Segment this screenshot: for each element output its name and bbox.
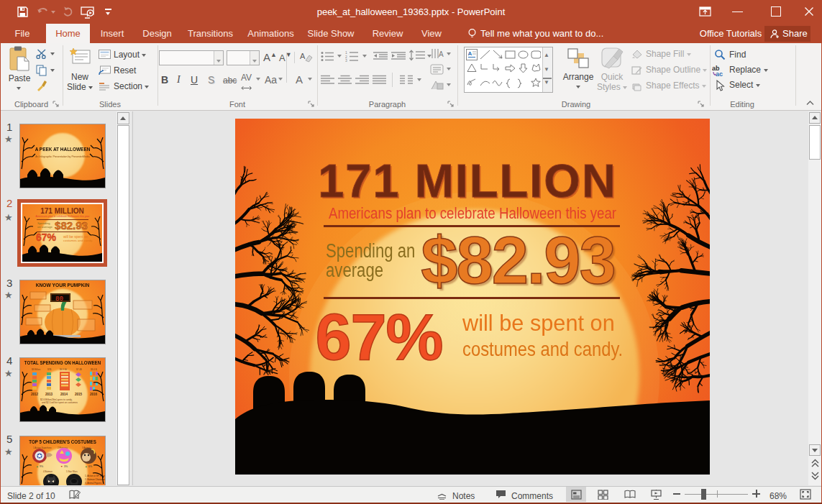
svg-text:$7.4B: $7.4B bbox=[76, 368, 82, 371]
svg-text:$6.9 Bil: $6.9 Bil bbox=[60, 368, 67, 371]
svg-text:3%: 3% bbox=[64, 465, 68, 468]
svg-text:A: A bbox=[439, 50, 444, 58]
svg-text:2016: 2016 bbox=[90, 393, 98, 396]
svg-text:3: 3 bbox=[345, 58, 347, 62]
svg-text:4 Batman: 4 Batman bbox=[43, 470, 52, 473]
svg-text:2012: 2012 bbox=[31, 393, 39, 396]
svg-text:6%: 6% bbox=[88, 465, 92, 468]
svg-text:▲: ▲ bbox=[85, 465, 87, 468]
svg-text:▼: ▼ bbox=[60, 465, 63, 468]
svg-text:A: A bbox=[468, 50, 472, 57]
svg-text:9%: 9% bbox=[40, 465, 43, 468]
svg-text:ac: ac bbox=[716, 70, 723, 77]
svg-text:3. Animal Figures: 3. Animal Figures bbox=[85, 482, 102, 485]
svg-text:2014: 2014 bbox=[60, 393, 68, 396]
svg-text:1 Action Superhero: 1 Action Superhero bbox=[33, 446, 52, 449]
svg-text:2013: 2013 bbox=[45, 393, 53, 396]
svg-text:80: 80 bbox=[55, 295, 63, 303]
svg-text:5 Star Wars: 5 Star Wars bbox=[66, 470, 78, 473]
svg-text:and $2.5 will be spent on cost: and $2.5 will be spent on costumes bbox=[42, 401, 78, 404]
svg-text:A: A bbox=[300, 52, 306, 60]
svg-text:$7B: $7B bbox=[47, 368, 51, 371]
svg-text:2. Batman Character: 2. Batman Character bbox=[85, 478, 105, 481]
svg-text:$8.4 B: $8.4 B bbox=[91, 368, 97, 371]
svg-text:$8 Billion: $8 Billion bbox=[32, 368, 41, 371]
svg-text:▲: ▲ bbox=[36, 465, 38, 468]
svg-text:2015: 2015 bbox=[75, 393, 83, 396]
